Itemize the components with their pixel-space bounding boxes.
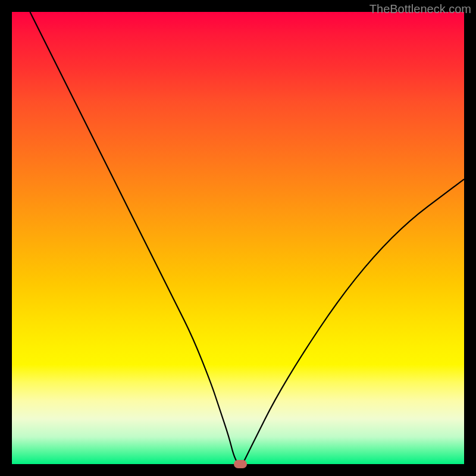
optimum-marker — [234, 460, 247, 468]
watermark-text: TheBottleneck.com — [369, 2, 471, 16]
plot-area — [12, 12, 464, 464]
chart-container: TheBottleneck.com — [0, 0, 476, 476]
bottleneck-curve — [12, 12, 464, 464]
